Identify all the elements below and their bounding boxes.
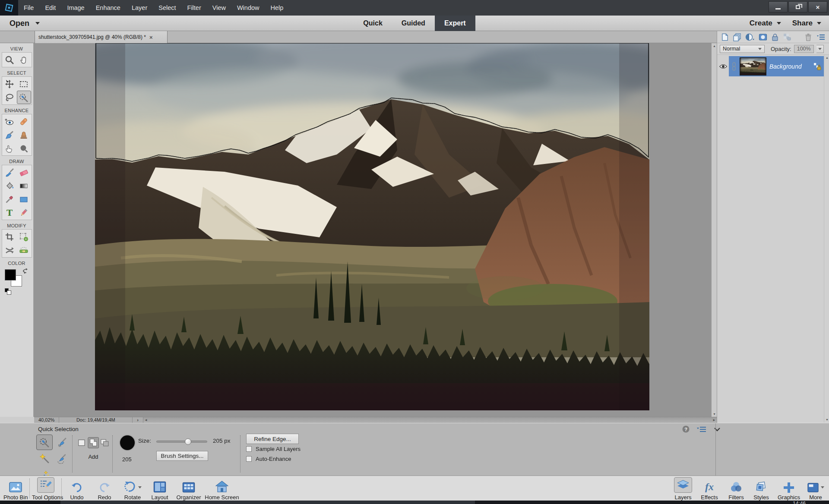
lock-icon[interactable] xyxy=(771,33,779,41)
move-tool[interactable] xyxy=(3,77,17,91)
restore-button[interactable] xyxy=(788,1,807,13)
size-slider-handle[interactable] xyxy=(185,438,191,445)
auto-enhance-checkbox[interactable] xyxy=(246,456,252,462)
quick-selection-variant[interactable] xyxy=(36,435,53,450)
lasso-tool[interactable] xyxy=(3,91,17,104)
document-image[interactable] xyxy=(95,43,649,410)
clone-stamp-tool[interactable] xyxy=(17,128,31,142)
collapse-chevron-icon[interactable] xyxy=(714,427,721,432)
brush-tool[interactable] xyxy=(3,166,17,179)
menu-window[interactable]: Window xyxy=(231,0,265,16)
gradient-tool[interactable] xyxy=(17,179,31,192)
crop-tool[interactable] xyxy=(3,230,17,243)
more-button[interactable]: More xyxy=(805,477,826,501)
rotate-button[interactable]: Rotate xyxy=(120,477,145,501)
document-size-info[interactable]: Doc: 19,4M/19,4M xyxy=(59,417,133,423)
swap-colors-icon[interactable] xyxy=(22,268,29,274)
smart-brush-tool[interactable] xyxy=(3,128,17,142)
layout-button[interactable]: Layout xyxy=(149,477,171,501)
panel-scroll-up-icon[interactable]: ▲ xyxy=(824,55,829,60)
filters-button[interactable]: Filters xyxy=(725,477,748,501)
layer-row-background[interactable]: Background xyxy=(717,56,824,76)
refine-selection-brush-variant[interactable] xyxy=(54,451,70,466)
status-expander-icon[interactable]: › xyxy=(133,417,143,423)
organizer-button[interactable]: Organizer xyxy=(174,477,203,501)
foreground-color-swatch[interactable] xyxy=(5,269,16,280)
layer-mask-icon[interactable] xyxy=(759,33,767,41)
share-button[interactable]: Share xyxy=(792,19,821,28)
recompose-tool[interactable] xyxy=(17,230,31,243)
panel-scroll-down-icon[interactable]: ▼ xyxy=(824,417,829,422)
zoom-tool[interactable] xyxy=(3,53,17,66)
tab-guided[interactable]: Guided xyxy=(392,16,435,31)
menu-filter[interactable]: Filter xyxy=(182,0,207,16)
lock-transparency-icon[interactable] xyxy=(783,33,791,41)
duplicate-layer-icon[interactable] xyxy=(733,33,741,41)
photo-bin-button[interactable]: Photo Bin xyxy=(3,477,28,501)
home-screen-button[interactable]: Home Screen xyxy=(205,477,239,501)
shape-tool[interactable] xyxy=(17,192,31,206)
blend-mode-select[interactable]: Normal xyxy=(720,45,765,53)
menu-view[interactable]: View xyxy=(207,0,231,16)
undo-button[interactable]: Undo xyxy=(66,477,88,501)
refine-edge-button[interactable]: Refine Edge... xyxy=(246,434,299,444)
adjustment-layer-icon[interactable] xyxy=(745,33,755,41)
sample-all-layers-checkbox[interactable] xyxy=(246,446,252,452)
styles-button[interactable]: Styles xyxy=(750,477,772,501)
quick-selection-tool[interactable] xyxy=(17,91,31,104)
paint-bucket-tool[interactable] xyxy=(3,179,17,192)
layer-visibility-toggle[interactable] xyxy=(717,63,729,70)
document-tab[interactable]: shutterstock_309705941.jpg @ 40% (RGB/8)… xyxy=(35,31,168,43)
close-button[interactable]: × xyxy=(808,1,827,13)
smudge-tool[interactable] xyxy=(3,142,17,155)
blur-tool[interactable] xyxy=(17,142,31,155)
hscroll-right-icon[interactable]: ► xyxy=(712,418,716,422)
options-menu-icon[interactable] xyxy=(696,426,707,433)
graphics-button[interactable]: Graphics xyxy=(775,477,803,501)
menu-enhance[interactable]: Enhance xyxy=(90,0,126,16)
menu-file[interactable]: File xyxy=(18,0,39,16)
panel-menu-icon[interactable] xyxy=(816,33,826,41)
menu-select[interactable]: Select xyxy=(153,0,181,16)
menu-edit[interactable]: Edit xyxy=(39,0,61,16)
tab-quick[interactable]: Quick xyxy=(354,16,392,31)
hand-tool[interactable] xyxy=(17,53,31,66)
minimize-button[interactable] xyxy=(769,1,788,13)
create-button[interactable]: Create xyxy=(750,19,781,28)
redo-button[interactable]: Redo xyxy=(93,477,116,501)
link-icon[interactable] xyxy=(731,62,737,71)
menu-layer[interactable]: Layer xyxy=(126,0,153,16)
layer-thumbnail[interactable] xyxy=(740,57,766,76)
canvas-area[interactable] xyxy=(34,43,711,417)
opacity-input[interactable]: 100% xyxy=(794,45,814,53)
mode-subtract-icon[interactable] xyxy=(100,437,110,448)
help-icon[interactable]: ? xyxy=(682,425,690,433)
marquee-tool[interactable] xyxy=(17,77,31,91)
panel-scrollbar[interactable]: ▲ ▼ xyxy=(824,55,829,422)
mode-new-icon[interactable] xyxy=(77,437,87,448)
horizontal-scrollbar[interactable]: ◄ ► xyxy=(143,417,717,423)
opacity-dropdown-button[interactable] xyxy=(816,45,824,53)
magic-wand-variant[interactable] xyxy=(36,451,53,466)
size-slider[interactable] xyxy=(156,441,207,443)
new-layer-icon[interactable] xyxy=(721,33,729,41)
menu-image[interactable]: Image xyxy=(61,0,90,16)
menu-help[interactable]: Help xyxy=(265,0,289,16)
tool-options-button[interactable]: Tool Options xyxy=(32,477,60,501)
brush-preview[interactable] xyxy=(120,435,135,450)
default-colors-icon[interactable] xyxy=(5,288,9,292)
layers-button[interactable]: Layers xyxy=(672,477,694,501)
document-close-icon[interactable]: × xyxy=(149,34,153,41)
brush-settings-button[interactable]: Brush Settings... xyxy=(156,451,208,461)
pencil-tool[interactable] xyxy=(17,206,31,219)
vertical-scrollbar[interactable]: ▲ ▼ xyxy=(711,43,717,417)
selected-layer[interactable]: Background xyxy=(729,56,824,76)
eraser-tool[interactable] xyxy=(17,166,31,179)
red-eye-tool[interactable] xyxy=(3,115,17,128)
spot-healing-tool[interactable] xyxy=(17,115,31,128)
content-aware-move-tool[interactable] xyxy=(3,243,17,257)
effects-button[interactable]: fx Effects xyxy=(697,477,722,501)
trash-icon[interactable] xyxy=(804,33,812,41)
straighten-tool[interactable] xyxy=(17,243,31,257)
zoom-percentage[interactable]: 40,02% xyxy=(34,417,59,423)
